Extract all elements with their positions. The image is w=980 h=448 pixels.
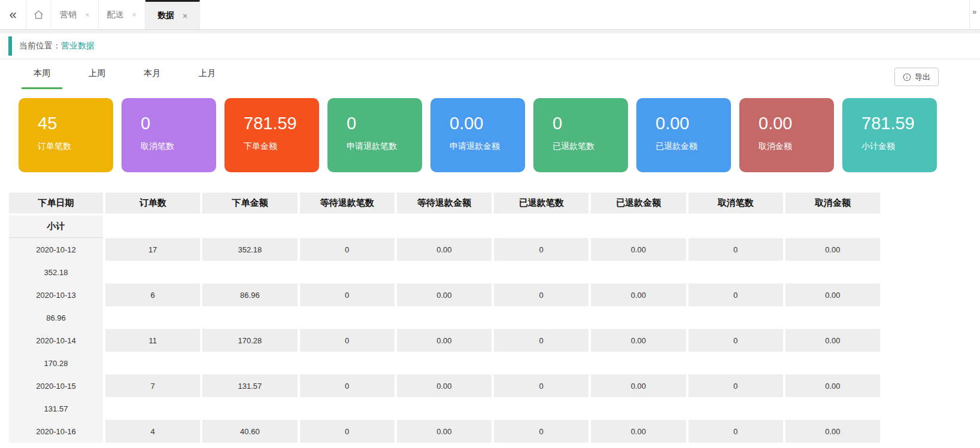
- period-tab-bar: 本周 上周 本月 上月 导出: [0, 59, 980, 89]
- stat-value: 0.00: [450, 114, 525, 133]
- column-header: 等待退款笔数: [300, 193, 395, 215]
- stat-label: 取消金额: [758, 141, 834, 152]
- table-cell: 0.00: [785, 284, 880, 306]
- table-cell: 0: [300, 420, 395, 443]
- business-data-table: 下单日期 订单数 下单金额 等待退款笔数 等待退款金额 已退款笔数 已退款金额 …: [9, 193, 880, 443]
- tab-this-month[interactable]: 本月: [132, 59, 172, 89]
- table-cell: 0: [300, 284, 395, 306]
- table-cell: 0.00: [591, 238, 685, 261]
- table-cell: 170.28: [202, 329, 297, 352]
- stat-card-subtotal-amount: 781.59 小计金额: [842, 98, 937, 172]
- table-date-cell: 352.18: [9, 261, 103, 284]
- table-cell: 0: [494, 374, 588, 397]
- stat-card-refunded-amount: 0.00 已退款金额: [636, 98, 731, 172]
- table-cell: 40.60: [202, 420, 297, 443]
- stat-value: 0: [553, 114, 628, 133]
- window-tab-delivery[interactable]: 配送 ×: [99, 0, 146, 29]
- table-cell: 0.00: [591, 420, 685, 443]
- stat-label: 申请退款笔数: [347, 141, 422, 152]
- breadcrumb-link[interactable]: 营业数据: [61, 41, 95, 51]
- tab-last-week[interactable]: 上周: [77, 59, 117, 89]
- breadcrumb: 当前位置： 营业数据: [0, 33, 980, 59]
- table-cell: 0.00: [397, 284, 491, 306]
- table-cell: 7: [105, 374, 200, 397]
- table-empty-row: [105, 397, 880, 420]
- close-tab-icon[interactable]: ×: [132, 10, 137, 19]
- window-tab-label: 配送: [107, 10, 124, 20]
- window-tab-bar: « 营销 × 配送 × 数据 × »: [0, 0, 980, 30]
- stat-value: 781.59: [244, 114, 319, 133]
- window-tab-label: 营销: [60, 10, 77, 20]
- stat-value: 0.00: [656, 114, 731, 133]
- table-date-cell: 86.96: [9, 306, 103, 329]
- table-empty-row: [105, 352, 880, 374]
- table-cell: 0.00: [785, 374, 880, 397]
- table-cell: 0.00: [591, 374, 685, 397]
- stat-card-order-count: 45 订单笔数: [19, 98, 113, 172]
- table-cell: 0.00: [785, 420, 880, 443]
- table-cell: 6: [105, 284, 200, 306]
- table-cell: 352.18: [202, 238, 297, 261]
- table-cell: 0: [688, 284, 783, 306]
- column-header: 下单金额: [202, 193, 297, 215]
- stat-card-cancel-amount: 0.00 取消金额: [739, 98, 834, 172]
- table-date-cell: 2020-10-13: [9, 284, 103, 306]
- table-cell: 0.00: [397, 374, 491, 397]
- home-icon: [33, 9, 44, 20]
- table-cell: 131.57: [202, 374, 297, 397]
- tab-this-week[interactable]: 本周: [22, 59, 62, 89]
- table-date-cell: 131.57: [9, 397, 103, 420]
- table-cell: 0: [494, 284, 588, 306]
- table-empty-row: [105, 261, 880, 284]
- table-date-cell: 小计: [9, 215, 103, 238]
- table-date-cell: 2020-10-15: [9, 374, 103, 397]
- info-circle-icon: [903, 73, 911, 81]
- close-tab-icon[interactable]: ×: [183, 11, 187, 20]
- table-date-cell: 170.28: [9, 352, 103, 374]
- stat-label: 已退款笔数: [553, 141, 628, 152]
- home-tab[interactable]: [26, 0, 51, 29]
- breadcrumb-accent-bar: [8, 36, 12, 56]
- table-cell: 0.00: [397, 238, 491, 261]
- topbar-spacer: [200, 0, 969, 29]
- window-tab-label: 数据: [157, 10, 174, 21]
- stat-label: 申请退款金额: [450, 141, 525, 152]
- table-empty-row: [105, 215, 880, 238]
- stat-value: 0: [347, 114, 422, 133]
- breadcrumb-prefix: 当前位置：: [19, 41, 61, 51]
- table-cell: 4: [105, 420, 200, 443]
- window-tab-data[interactable]: 数据 ×: [145, 0, 200, 29]
- table-cell: 0.00: [785, 329, 880, 352]
- table-cell: 0.00: [397, 420, 491, 443]
- table-cell: 0.00: [785, 238, 880, 261]
- table-cell: 86.96: [202, 284, 297, 306]
- table-cell: 0.00: [591, 329, 685, 352]
- table-cell: 0: [688, 238, 783, 261]
- stat-label: 小计金额: [861, 141, 937, 152]
- collapse-sidebar-icon[interactable]: «: [0, 0, 26, 29]
- table-cell: 17: [105, 238, 200, 261]
- table-cell: 11: [105, 329, 200, 352]
- stat-card-refunded-count: 0 已退款笔数: [533, 98, 628, 172]
- column-header: 已退款金额: [591, 193, 685, 215]
- close-tab-icon[interactable]: ×: [85, 10, 90, 19]
- table-date-cell: 2020-10-14: [9, 329, 103, 352]
- window-tab-marketing[interactable]: 营销 ×: [51, 0, 99, 29]
- column-header: 已退款笔数: [494, 193, 588, 215]
- tab-last-month[interactable]: 上月: [187, 59, 227, 89]
- table-cell: 0: [300, 238, 395, 261]
- table-cell: 0: [300, 329, 395, 352]
- stat-card-cancel-count: 0 取消笔数: [122, 98, 216, 172]
- stat-card-refund-request-amount: 0.00 申请退款金额: [430, 98, 525, 172]
- column-header: 取消金额: [785, 193, 880, 215]
- column-header: 等待退款金额: [397, 193, 491, 215]
- table-cell: 0: [688, 329, 783, 352]
- stat-card-order-amount: 781.59 下单金额: [224, 98, 319, 172]
- export-button[interactable]: 导出: [894, 68, 939, 86]
- table-cell: 0: [688, 420, 783, 443]
- table-cell: 0: [300, 374, 395, 397]
- tab-overflow-icon[interactable]: »: [969, 0, 980, 29]
- column-header: 订单数: [105, 193, 200, 215]
- table-cell: 0: [494, 238, 588, 261]
- table-date-cell: 2020-10-16: [9, 420, 103, 443]
